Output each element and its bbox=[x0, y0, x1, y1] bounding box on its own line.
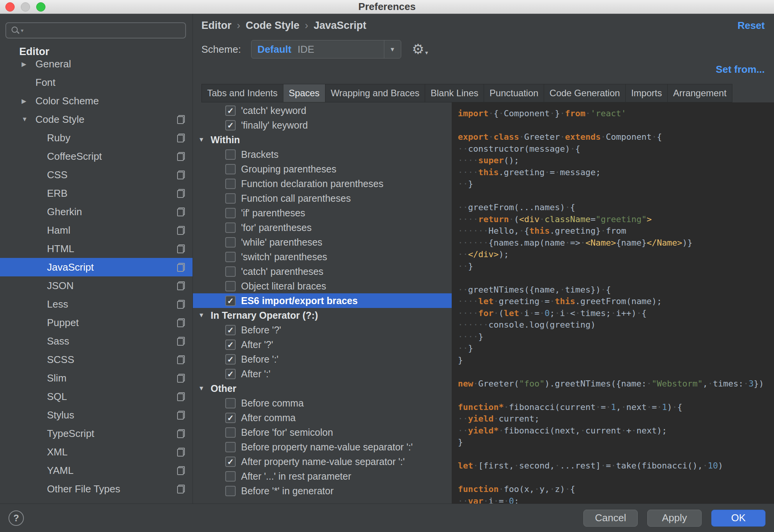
option-catch-keyword[interactable]: ✓'catch' keyword bbox=[193, 103, 452, 118]
tab-spaces[interactable]: Spaces bbox=[283, 84, 325, 102]
option-brackets[interactable]: Brackets bbox=[193, 147, 452, 162]
breadcrumb-item-code-style[interactable]: Code Style bbox=[246, 20, 300, 32]
option-for-parentheses[interactable]: 'for' parentheses bbox=[193, 220, 452, 235]
checkbox[interactable] bbox=[225, 164, 236, 174]
option-after-property-name-value-separator[interactable]: ✓After property name-value separator ':' bbox=[193, 454, 452, 469]
tab-tabs-and-indents[interactable]: Tabs and Indents bbox=[202, 84, 283, 102]
close-button[interactable] bbox=[5, 2, 15, 12]
option-function-call-parentheses[interactable]: Function call parentheses bbox=[193, 191, 452, 206]
option-before-for-semicolon[interactable]: Before 'for' semicolon bbox=[193, 425, 452, 440]
settings-search-field[interactable]: ▾ bbox=[5, 22, 186, 38]
chevron-right-icon[interactable]: ▶ bbox=[22, 60, 35, 68]
chevron-right-icon[interactable]: ▶ bbox=[22, 97, 35, 105]
option-after[interactable]: ✓After ':' bbox=[193, 366, 452, 381]
checkbox[interactable] bbox=[225, 398, 236, 408]
option-before-property-name-value-separator[interactable]: Before property name-value separator ':' bbox=[193, 440, 452, 454]
tab-code-generation[interactable]: Code Generation bbox=[544, 84, 626, 102]
option-after-comma[interactable]: ✓After comma bbox=[193, 410, 452, 425]
section-other[interactable]: ▼Other bbox=[193, 381, 452, 396]
sidebar-item-erb[interactable]: ERB bbox=[0, 184, 193, 202]
option-if-parentheses[interactable]: 'if' parentheses bbox=[193, 206, 452, 220]
checkbox[interactable]: ✓ bbox=[225, 120, 236, 130]
breadcrumb-item-editor[interactable]: Editor bbox=[201, 20, 231, 32]
section-in-ternary-operator[interactable]: ▼In Ternary Operator (?:) bbox=[193, 308, 452, 323]
scheme-actions-button[interactable]: ⚙ ▾ bbox=[412, 42, 428, 56]
checkbox[interactable] bbox=[225, 427, 236, 438]
sidebar-item-yaml[interactable]: YAML bbox=[0, 461, 193, 480]
checkbox[interactable] bbox=[225, 223, 236, 233]
option-switch-parentheses[interactable]: 'switch' parentheses bbox=[193, 249, 452, 264]
option-before[interactable]: ✓Before ':' bbox=[193, 352, 452, 366]
option-before-comma[interactable]: Before comma bbox=[193, 396, 452, 410]
scheme-dropdown[interactable]: Default IDE ▾ bbox=[251, 40, 401, 59]
checkbox[interactable] bbox=[225, 281, 236, 291]
sidebar-item-javascript[interactable]: JavaScript bbox=[0, 258, 193, 276]
sidebar-item-html[interactable]: HTML bbox=[0, 239, 193, 258]
chevron-down-icon[interactable]: ▼ bbox=[22, 116, 35, 123]
checkbox[interactable]: ✓ bbox=[225, 296, 236, 306]
option-while-parentheses[interactable]: 'while' parentheses bbox=[193, 235, 452, 249]
checkbox[interactable]: ✓ bbox=[225, 105, 236, 116]
zoom-button[interactable] bbox=[36, 2, 45, 12]
option-function-declaration-parentheses[interactable]: Function declaration parentheses bbox=[193, 176, 452, 191]
option-before[interactable]: ✓Before '?' bbox=[193, 323, 452, 337]
checkbox[interactable] bbox=[225, 442, 236, 452]
cancel-button[interactable]: Cancel bbox=[583, 510, 638, 527]
option-object-literal-braces[interactable]: Object literal braces bbox=[193, 279, 452, 293]
option-finally-keyword[interactable]: ✓'finally' keyword bbox=[193, 118, 452, 132]
option-es6-import-export-braces[interactable]: ✓ES6 import/export braces bbox=[193, 293, 452, 308]
sidebar-item-json[interactable]: JSON bbox=[0, 276, 193, 295]
sidebar-item-editor[interactable]: Editor bbox=[0, 45, 193, 59]
dropdown-arrow-icon[interactable]: ▾ bbox=[384, 40, 401, 58]
sidebar-item-other-file-types[interactable]: Other File Types bbox=[0, 480, 193, 498]
search-input[interactable] bbox=[27, 25, 181, 36]
checkbox[interactable]: ✓ bbox=[225, 413, 236, 423]
reset-link[interactable]: Reset bbox=[737, 20, 765, 32]
sidebar-item-color-scheme[interactable]: ▶Color Scheme bbox=[0, 92, 193, 110]
checkbox[interactable] bbox=[225, 149, 236, 160]
sidebar-item-scss[interactable]: SCSS bbox=[0, 350, 193, 369]
checkbox[interactable] bbox=[225, 266, 236, 277]
tab-blank-lines[interactable]: Blank Lines bbox=[425, 84, 484, 102]
sidebar-item-puppet[interactable]: Puppet bbox=[0, 313, 193, 332]
checkbox[interactable]: ✓ bbox=[225, 340, 236, 350]
breadcrumb-item-javascript[interactable]: JavaScript bbox=[314, 20, 367, 32]
checkbox[interactable] bbox=[225, 179, 236, 189]
sidebar-item-typescript[interactable]: TypeScript bbox=[0, 424, 193, 443]
sidebar-item-less[interactable]: Less bbox=[0, 295, 193, 313]
option-before-in-generator[interactable]: Before '*' in generator bbox=[193, 483, 452, 498]
checkbox[interactable]: ✓ bbox=[225, 457, 236, 467]
chevron-down-icon[interactable]: ▼ bbox=[198, 385, 211, 392]
checkbox[interactable] bbox=[225, 237, 236, 248]
sidebar-item-coffeescript[interactable]: CoffeeScript bbox=[0, 147, 193, 166]
chevron-down-icon[interactable]: ▼ bbox=[198, 312, 211, 319]
sidebar-item-sass[interactable]: Sass bbox=[0, 332, 193, 350]
apply-button[interactable]: Apply bbox=[647, 510, 702, 527]
option-after[interactable]: ✓After '?' bbox=[193, 337, 452, 352]
tab-punctuation[interactable]: Punctuation bbox=[484, 84, 544, 102]
sidebar-item-css[interactable]: CSS bbox=[0, 166, 193, 184]
sidebar-item-slim[interactable]: Slim bbox=[0, 369, 193, 387]
sidebar-item-sql[interactable]: SQL bbox=[0, 387, 193, 406]
checkbox[interactable] bbox=[225, 252, 236, 262]
option-catch-parentheses[interactable]: 'catch' parentheses bbox=[193, 264, 452, 279]
sidebar-item-xml[interactable]: XML bbox=[0, 443, 193, 461]
search-history-caret-icon[interactable]: ▾ bbox=[21, 27, 23, 33]
tab-imports[interactable]: Imports bbox=[626, 84, 668, 102]
checkbox[interactable]: ✓ bbox=[225, 354, 236, 365]
tab-wrapping-and-braces[interactable]: Wrapping and Braces bbox=[325, 84, 425, 102]
set-from-link[interactable]: Set from... bbox=[716, 64, 765, 75]
checkbox[interactable] bbox=[225, 486, 236, 496]
checkbox[interactable] bbox=[225, 471, 236, 482]
help-button[interactable]: ? bbox=[8, 510, 24, 526]
sidebar-item-haml[interactable]: Haml bbox=[0, 221, 193, 239]
chevron-down-icon[interactable]: ▼ bbox=[198, 136, 211, 143]
section-within[interactable]: ▼Within bbox=[193, 132, 452, 147]
ok-button[interactable]: OK bbox=[711, 510, 766, 527]
sidebar-item-stylus[interactable]: Stylus bbox=[0, 406, 193, 424]
option-after-in-rest-parameter[interactable]: After '...' in rest parameter bbox=[193, 469, 452, 483]
sidebar-item-code-style[interactable]: ▼Code Style bbox=[0, 110, 193, 129]
checkbox[interactable]: ✓ bbox=[225, 369, 236, 379]
sidebar-item-font[interactable]: Font bbox=[0, 73, 193, 92]
sidebar-item-ruby[interactable]: Ruby bbox=[0, 129, 193, 147]
